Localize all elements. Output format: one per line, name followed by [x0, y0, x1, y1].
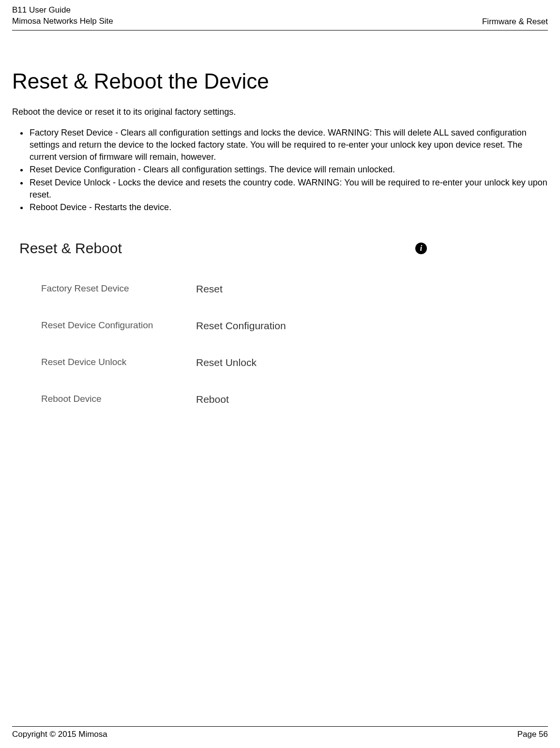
- list-item: Factory Reset Device - Clears all config…: [29, 127, 548, 164]
- reboot-button[interactable]: Reboot: [196, 394, 229, 405]
- page-title: Reset & Reboot the Device: [12, 69, 548, 93]
- factory-reset-button[interactable]: Reset: [196, 283, 223, 295]
- list-item: Reset Device Unlock - Locks the device a…: [29, 177, 548, 201]
- intro-text: Reboot the device or reset it to its ori…: [12, 107, 548, 117]
- reset-unlock-label: Reset Device Unlock: [41, 357, 196, 368]
- panel-row-reset-config: Reset Device Configuration Reset Configu…: [19, 320, 541, 332]
- list-item: Reboot Device - Restarts the device.: [29, 201, 548, 214]
- help-site: Mimosa Networks Help Site: [12, 16, 113, 27]
- info-icon[interactable]: i: [415, 243, 427, 254]
- list-item: Reset Device Configuration - Clears all …: [29, 164, 548, 176]
- copyright-text: Copyright © 2015 Mimosa: [12, 730, 107, 739]
- reset-config-button[interactable]: Reset Configuration: [196, 320, 286, 332]
- panel-title: Reset & Reboot: [19, 240, 122, 257]
- header-section: Firmware & Reset: [482, 17, 548, 27]
- reset-reboot-panel: Reset & Reboot i Factory Reset Device Re…: [19, 240, 541, 405]
- options-list: Factory Reset Device - Clears all config…: [12, 127, 548, 214]
- panel-row-reset-unlock: Reset Device Unlock Reset Unlock: [19, 357, 541, 368]
- panel-row-reboot: Reboot Device Reboot: [19, 394, 541, 405]
- factory-reset-label: Factory Reset Device: [41, 283, 196, 295]
- panel-row-factory-reset: Factory Reset Device Reset: [19, 283, 541, 295]
- reboot-label: Reboot Device: [41, 394, 196, 405]
- header-left: B11 User Guide Mimosa Networks Help Site: [12, 5, 113, 27]
- page-header: B11 User Guide Mimosa Networks Help Site…: [12, 5, 548, 31]
- page-footer: Copyright © 2015 Mimosa Page 56: [12, 726, 548, 739]
- page-number: Page 56: [517, 730, 548, 739]
- panel-header: Reset & Reboot i: [19, 240, 541, 257]
- reset-unlock-button[interactable]: Reset Unlock: [196, 357, 257, 368]
- guide-title: B11 User Guide: [12, 5, 113, 16]
- reset-config-label: Reset Device Configuration: [41, 320, 196, 332]
